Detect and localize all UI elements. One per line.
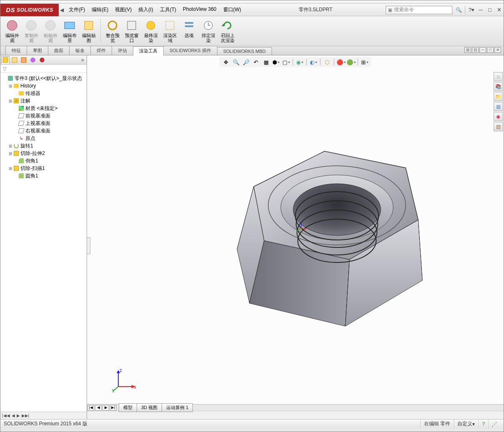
menu-window[interactable]: 窗口(W) xyxy=(221,5,244,14)
search-icon[interactable]: 🔍 xyxy=(454,7,463,13)
ribbon-edit-appearance[interactable]: 编辑外观 xyxy=(3,18,21,43)
tab-sw-mbd[interactable]: SOLIDWORKS MBD xyxy=(217,47,272,55)
menu-edit[interactable]: 编辑(E) xyxy=(89,5,111,14)
prev-view-icon[interactable]: ↶ xyxy=(252,58,260,66)
tree-item[interactable]: 上视基准面 xyxy=(0,120,87,127)
tree-item[interactable]: ⊞切除-扫描1 xyxy=(0,165,87,172)
twist-icon[interactable]: ⊞ xyxy=(8,99,13,103)
twist-icon[interactable]: ⊞ xyxy=(8,166,13,171)
tree-root[interactable]: 零件3 (默认<<默认>_显示状态 xyxy=(0,75,87,82)
btab-3dview[interactable]: 3D 视图 xyxy=(137,403,162,412)
twist-icon[interactable]: ⊞ xyxy=(8,144,13,148)
filter-row[interactable]: ▽ xyxy=(0,65,87,73)
tree-item[interactable]: 倒角1 xyxy=(0,157,87,165)
ribbon-render-region[interactable]: 渲染区域 xyxy=(161,18,179,43)
btab-motion[interactable]: 运动算例 1 xyxy=(162,403,193,412)
zoom-fit-icon[interactable]: 🔍 xyxy=(232,58,240,66)
render-icon[interactable]: 🟢 xyxy=(347,58,355,66)
tree-item[interactable]: ⊞A注解 xyxy=(0,97,87,105)
status-custom[interactable]: 自定义 ▾ xyxy=(454,420,478,428)
ribbon-paste-appearance[interactable]: 粘贴外观 xyxy=(41,18,60,43)
help-icon[interactable]: ?▾ xyxy=(468,7,475,13)
nav-first-icon[interactable]: |◀◀ xyxy=(2,413,10,418)
ribbon-schedule-render[interactable]: 排定渲染 xyxy=(199,18,217,43)
appearance-icon[interactable]: 🔴 xyxy=(337,58,345,66)
apply-scene-icon[interactable]: ⬡ xyxy=(323,58,332,66)
doc-close-button[interactable]: ✕ xyxy=(494,47,501,53)
tab-sw-addins[interactable]: SOLIDWORKS 插件 xyxy=(163,46,217,55)
tab-sketch[interactable]: 草图 xyxy=(27,46,48,55)
scroll-last-icon[interactable]: ▶| xyxy=(110,405,117,411)
menu-tools[interactable]: 工具(T) xyxy=(157,5,179,14)
close-button[interactable]: ✕ xyxy=(495,7,503,13)
doc-maximize-button[interactable]: □ xyxy=(487,47,494,53)
tab-display-icon[interactable] xyxy=(38,56,46,64)
menu-file[interactable]: 文件(F) xyxy=(66,5,87,14)
doc-tile1-icon[interactable]: ⊞ xyxy=(464,47,471,53)
nav-last-icon[interactable]: ▶▶| xyxy=(22,413,30,418)
ribbon-final-render[interactable]: 最终渲染 xyxy=(142,18,160,43)
tab-sheetmetal[interactable]: 钣金 xyxy=(69,46,91,55)
view-palette-icon[interactable]: ▦ xyxy=(494,102,503,111)
appearances-icon[interactable]: ◉ xyxy=(494,112,503,121)
menu-photoview[interactable]: PhotoView 360 xyxy=(180,5,219,14)
menu-prev-icon[interactable]: ◀ xyxy=(59,7,65,13)
view-settings-icon[interactable]: ⊞ xyxy=(361,58,369,66)
minimize-button[interactable]: ─ xyxy=(477,7,484,13)
custom-props-icon[interactable]: ▤ xyxy=(494,122,503,131)
panel-grip[interactable] xyxy=(87,237,90,254)
tab-surfaces[interactable]: 曲面 xyxy=(48,46,70,55)
file-explorer-icon[interactable]: 📁 xyxy=(494,92,503,101)
display-style-icon[interactable]: ▢ xyxy=(282,58,290,66)
ribbon-copy-appearance[interactable]: 复制外观 xyxy=(22,18,40,43)
scroll-prev-icon[interactable]: ◀ xyxy=(95,405,102,411)
ribbon-edit-scene[interactable]: 编辑布景 xyxy=(60,18,79,43)
tab-property-icon[interactable] xyxy=(10,56,19,64)
ribbon-options[interactable]: 选项 xyxy=(180,18,198,43)
menu-view[interactable]: 视图(V) xyxy=(112,5,134,14)
twist-icon[interactable]: ⊞ xyxy=(8,151,13,156)
tree-item[interactable]: ↳原点 xyxy=(0,135,87,142)
ribbon-edit-decal[interactable]: 编辑贴图 xyxy=(80,18,98,43)
search-box[interactable]: ▣ 搜索命令 xyxy=(386,6,452,14)
status-help-icon[interactable]: ? xyxy=(478,420,488,428)
maximize-button[interactable]: □ xyxy=(486,7,494,13)
menu-insert[interactable]: 插入(I) xyxy=(136,5,155,14)
nav-next-icon[interactable]: ▶ xyxy=(17,413,20,418)
scroll-next-icon[interactable]: ▶ xyxy=(102,405,109,411)
tree-item[interactable]: 圆角1 xyxy=(0,172,87,180)
view-orient-icon[interactable]: ⬢ xyxy=(272,58,280,66)
tree-item[interactable]: ⊞切除-拉伸2 xyxy=(0,150,87,157)
nav-prev-icon[interactable]: ◀ xyxy=(12,413,15,418)
tree-item[interactable]: 前视基准面 xyxy=(0,112,87,120)
sw-resources-icon[interactable]: ⌂ xyxy=(494,72,503,81)
doc-tile2-icon[interactable]: ⊟ xyxy=(472,47,479,53)
section-icon[interactable]: ▦ xyxy=(262,58,270,66)
orient-icon[interactable]: ✥ xyxy=(222,58,230,66)
tab-config-icon[interactable] xyxy=(20,56,28,64)
tree-item[interactable]: ⊞旋转1 xyxy=(0,142,87,150)
tab-features[interactable]: 特征 xyxy=(5,46,27,55)
panel-expand-icon[interactable]: » xyxy=(80,57,86,63)
zoom-area-icon[interactable]: 🔎 xyxy=(242,58,250,66)
hide-show-icon[interactable]: ◉ xyxy=(296,58,304,66)
tab-feature-tree-icon[interactable] xyxy=(1,56,10,64)
tree-item[interactable]: 右视基准面 xyxy=(0,127,87,135)
tab-evaluate[interactable]: 评估 xyxy=(112,46,133,55)
design-lib-icon[interactable]: 📚 xyxy=(494,82,503,91)
ribbon-recall-render[interactable]: 召回上次渲染 xyxy=(218,18,237,43)
ribbon-integrated-preview[interactable]: 整合预览 xyxy=(103,18,122,43)
tab-dimxpert-icon[interactable] xyxy=(29,56,37,64)
status-grip-icon[interactable]: ⋰ xyxy=(488,420,500,428)
tree-item[interactable]: 材质 <未指定> xyxy=(0,105,87,112)
scroll-first-icon[interactable]: |◀ xyxy=(87,405,94,411)
tab-weldments[interactable]: 焊件 xyxy=(90,46,112,55)
graphics-viewport[interactable]: ✥ 🔍 🔎 ↶ ▦ ⬢ ▢ ◉ ◐ ⬡ 🔴 🟢 ⊞ ⌂ 📚 📁 ▦ ◉ ▤ xyxy=(87,55,504,419)
twist-icon[interactable]: ⊞ xyxy=(8,84,13,88)
tree-item[interactable]: 传感器 xyxy=(0,90,87,97)
tree-item[interactable]: ⊞History xyxy=(0,82,87,90)
doc-minimize-button[interactable]: ─ xyxy=(479,47,486,53)
btab-model[interactable]: 模型 xyxy=(119,403,137,412)
tab-render-tools[interactable]: 渲染工具 xyxy=(133,46,164,55)
ribbon-preview-window[interactable]: 预览窗口 xyxy=(122,18,141,43)
